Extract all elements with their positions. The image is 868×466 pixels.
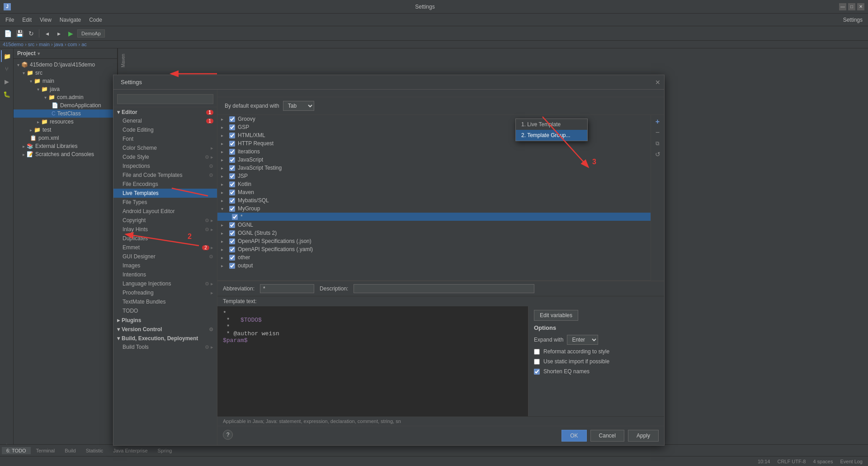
tree-main[interactable]: ▾ 📁 main <box>14 77 117 85</box>
expand-with-select[interactable]: Tab Enter Space <box>283 101 314 111</box>
new-file-btn[interactable]: 📄 <box>3 29 13 38</box>
nav-file-encodings[interactable]: File Encodings <box>113 180 217 189</box>
abbreviation-input[interactable] <box>260 284 314 293</box>
group-other[interactable]: ▸ other <box>217 253 651 262</box>
nav-android-layout[interactable]: Android Layout Editor <box>113 207 217 216</box>
add-template-button[interactable]: + <box>653 117 663 127</box>
kt-checkbox[interactable] <box>229 181 235 187</box>
nav-code-style[interactable]: Code Style ⚙ ▸ <box>113 152 217 162</box>
nav-inspections[interactable]: Inspections ⚙ <box>113 162 217 171</box>
nav-duplicates[interactable]: Duplicates <box>113 234 217 243</box>
group-openapi-json[interactable]: ▸ OpenAPI Specifications (.json) <box>217 237 651 245</box>
tree-test-class[interactable]: C TestClass <box>14 109 117 118</box>
nav-proofreading[interactable]: Proofreading ▸ <box>113 288 217 297</box>
http-checkbox[interactable] <box>229 141 235 147</box>
jst-checkbox[interactable] <box>229 165 235 171</box>
tab-todo[interactable]: 6: TODO <box>2 447 31 454</box>
oapi-json-checkbox[interactable] <box>229 238 235 244</box>
group-openapi-yaml[interactable]: ▸ OpenAPI Specifications (.yaml) <box>217 245 651 253</box>
ognl-struts-checkbox[interactable] <box>229 230 235 236</box>
nav-copyright[interactable]: Copyright ⚙ ▸ <box>113 216 217 225</box>
apply-button[interactable]: Apply <box>628 430 659 442</box>
tree-scratches[interactable]: ▸ 📝 Scratches and Consoles <box>14 150 117 158</box>
nav-emmet[interactable]: Emmet 2 ▸ <box>113 243 217 252</box>
nav-plugins-section[interactable]: ▸ Plugins <box>113 315 217 324</box>
groovy-checkbox[interactable] <box>229 116 235 122</box>
group-mybatis[interactable]: ▸ Mybatis/SQL <box>217 196 651 204</box>
dropdown-template-group[interactable]: 2. Template Group... <box>516 130 587 141</box>
nav-images[interactable]: Images <box>113 261 217 270</box>
tree-pom[interactable]: 📋 pom.xml <box>14 134 117 142</box>
copy-template-button[interactable]: ⧉ <box>653 138 663 148</box>
nav-color-scheme[interactable]: Color Scheme ▸ <box>113 143 217 152</box>
mygroup-item-star[interactable]: * <box>217 213 651 221</box>
description-input[interactable] <box>354 284 534 293</box>
nav-file-types[interactable]: File Types <box>113 198 217 207</box>
maven-sidebar-btn[interactable]: Maven <box>120 50 127 71</box>
minimize-button[interactable]: — <box>839 3 846 10</box>
tree-ext-libs[interactable]: ▸ 📚 External Libraries <box>14 142 117 150</box>
shorten-eq-checkbox[interactable] <box>534 369 540 375</box>
nav-editor-section[interactable]: ▾ Editor 1 <box>113 107 217 116</box>
project-icon[interactable]: 📁 <box>1 50 13 62</box>
mybatis-checkbox[interactable] <box>229 198 235 204</box>
iter-checkbox[interactable] <box>229 149 235 155</box>
refresh-btn[interactable]: ↻ <box>26 29 36 38</box>
template-editor[interactable]: * * $TODO$ * * @author weisn $param$ <box>217 306 528 416</box>
help-button[interactable]: ? <box>223 430 233 440</box>
group-iterations[interactable]: ▸ iterations <box>217 147 651 156</box>
dropdown-live-template[interactable]: 1. Live Template <box>516 119 587 130</box>
settings-search-input[interactable] <box>117 94 213 104</box>
ognl-checkbox[interactable] <box>229 222 235 228</box>
project-selector[interactable]: DemoAp <box>77 29 105 38</box>
oapi-yaml-checkbox[interactable] <box>229 247 235 252</box>
group-javascript[interactable]: ▸ JavaScript <box>217 156 651 164</box>
menu-edit[interactable]: Edit <box>19 15 35 24</box>
star-checkbox[interactable] <box>232 214 238 220</box>
nav-build-section[interactable]: ▾ Build, Execution, Deployment <box>113 333 217 342</box>
group-output[interactable]: ▸ output <box>217 262 651 270</box>
group-kotlin[interactable]: ▸ Kotlin <box>217 180 651 188</box>
tab-spring[interactable]: Spring <box>153 447 177 454</box>
status-indent[interactable]: 4 spaces <box>811 459 835 464</box>
group-js-testing[interactable]: ▸ JavaScript Testing <box>217 164 651 172</box>
nav-code-editing[interactable]: Code Editing <box>113 125 217 134</box>
group-ognl[interactable]: ▸ OGNL <box>217 221 651 229</box>
tree-java[interactable]: ▾ 📁 java <box>14 85 117 93</box>
forward-btn[interactable]: ▸ <box>54 29 64 38</box>
tab-terminal[interactable]: Terminal <box>32 447 60 454</box>
tab-java-enterprise[interactable]: Java Enterprise <box>108 447 152 454</box>
close-button[interactable]: ✕ <box>857 3 864 10</box>
nav-todo[interactable]: TODO <box>113 306 217 315</box>
nav-live-templates[interactable]: Live Templates <box>113 189 217 198</box>
menu-view[interactable]: View <box>36 15 55 24</box>
status-event-log[interactable]: Event Log <box>838 459 864 464</box>
other-checkbox[interactable] <box>229 255 235 261</box>
run-btn[interactable]: ▶ <box>66 29 75 38</box>
cancel-button[interactable]: Cancel <box>590 430 624 442</box>
static-import-checkbox[interactable] <box>534 359 540 365</box>
menu-code[interactable]: Code <box>85 15 106 24</box>
jsp-checkbox[interactable] <box>229 173 235 179</box>
nav-general[interactable]: General 1 <box>113 116 217 125</box>
back-btn[interactable]: ◂ <box>42 29 52 38</box>
menu-file[interactable]: File <box>2 15 18 24</box>
nav-vcs-section[interactable]: ▾ Version Control ⚙ <box>113 324 217 333</box>
edit-variables-button[interactable]: Edit variables <box>534 310 578 321</box>
nav-intentions[interactable]: Intentions <box>113 270 217 279</box>
html-checkbox[interactable] <box>229 133 235 138</box>
tab-statistic[interactable]: Statistic <box>81 447 108 454</box>
tree-root[interactable]: ▾ 📦 415demo D:\java\415demo <box>14 61 117 69</box>
debug-icon[interactable]: 🐛 <box>1 88 13 100</box>
group-jsp[interactable]: ▸ JSP <box>217 172 651 180</box>
maximize-button[interactable]: □ <box>848 3 855 10</box>
save-btn[interactable]: 💾 <box>14 29 24 38</box>
ok-button[interactable]: OK <box>561 430 586 442</box>
expand-with-option-select[interactable]: Enter Tab Space <box>567 335 598 345</box>
nav-language-injections[interactable]: Language Injections ⚙ ▸ <box>113 279 217 288</box>
status-encoding[interactable]: CRLF UTF-8 <box>775 459 807 464</box>
tree-resources[interactable]: ▸ 📁 resources <box>14 118 117 126</box>
output-checkbox[interactable] <box>229 263 235 269</box>
tree-src[interactable]: ▾ 📁 src <box>14 69 117 77</box>
run-icon[interactable]: ▶ <box>1 76 13 87</box>
